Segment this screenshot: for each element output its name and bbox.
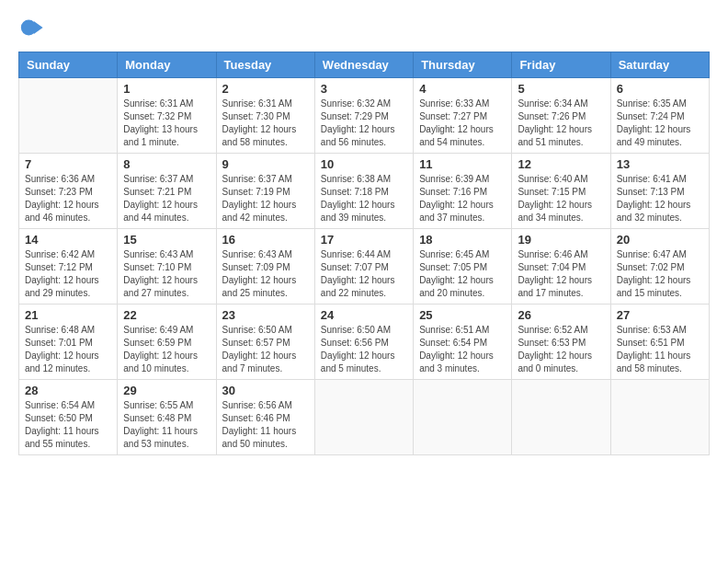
calendar-header-row: SundayMondayTuesdayWednesdayThursdayFrid… [19,52,710,78]
day-info: Sunrise: 6:35 AM Sunset: 7:24 PM Dayligh… [617,98,703,149]
calendar-cell: 18Sunrise: 6:45 AM Sunset: 7:05 PM Dayli… [414,229,512,304]
day-info: Sunrise: 6:50 AM Sunset: 6:57 PM Dayligh… [222,324,309,375]
calendar-cell: 11Sunrise: 6:39 AM Sunset: 7:16 PM Dayli… [414,154,512,229]
calendar-week-row: 14Sunrise: 6:42 AM Sunset: 7:12 PM Dayli… [19,229,710,304]
day-info: Sunrise: 6:32 AM Sunset: 7:29 PM Dayligh… [321,98,407,149]
day-info: Sunrise: 6:39 AM Sunset: 7:16 PM Dayligh… [419,173,506,224]
day-info: Sunrise: 6:46 AM Sunset: 7:04 PM Dayligh… [518,248,604,300]
calendar-cell: 7Sunrise: 6:36 AM Sunset: 7:23 PM Daylig… [19,154,118,229]
day-number: 12 [518,157,604,171]
day-number: 18 [419,233,506,247]
day-info: Sunrise: 6:40 AM Sunset: 7:15 PM Dayligh… [518,173,604,224]
day-info: Sunrise: 6:52 AM Sunset: 6:53 PM Dayligh… [518,324,604,375]
weekday-header: Thursday [414,52,512,78]
calendar-cell: 25Sunrise: 6:51 AM Sunset: 6:54 PM Dayli… [414,304,512,380]
day-info: Sunrise: 6:50 AM Sunset: 6:56 PM Dayligh… [321,324,407,375]
day-info: Sunrise: 6:31 AM Sunset: 7:30 PM Dayligh… [222,98,309,149]
day-number: 1 [123,82,210,96]
weekday-header: Sunday [19,52,118,78]
day-info: Sunrise: 6:38 AM Sunset: 7:18 PM Dayligh… [321,173,407,224]
day-number: 10 [321,157,407,171]
calendar-cell: 23Sunrise: 6:50 AM Sunset: 6:57 PM Dayli… [216,304,314,380]
day-number: 19 [518,233,604,247]
day-number: 7 [25,157,111,171]
weekday-header: Friday [512,52,610,78]
day-info: Sunrise: 6:45 AM Sunset: 7:05 PM Dayligh… [419,248,506,300]
calendar-cell: 28Sunrise: 6:54 AM Sunset: 6:50 PM Dayli… [19,380,118,455]
calendar-week-row: 21Sunrise: 6:48 AM Sunset: 7:01 PM Dayli… [19,304,710,380]
day-number: 27 [617,308,703,322]
calendar-cell: 1Sunrise: 6:31 AM Sunset: 7:32 PM Daylig… [118,78,216,154]
day-number: 23 [222,308,309,322]
calendar-cell: 16Sunrise: 6:43 AM Sunset: 7:09 PM Dayli… [216,229,314,304]
day-info: Sunrise: 6:31 AM Sunset: 7:32 PM Dayligh… [123,98,210,149]
day-number: 3 [321,82,407,96]
day-info: Sunrise: 6:54 AM Sunset: 6:50 PM Dayligh… [25,399,111,451]
day-number: 20 [617,233,703,247]
day-number: 5 [518,82,604,96]
day-number: 29 [123,384,210,397]
day-info: Sunrise: 6:42 AM Sunset: 7:12 PM Dayligh… [25,248,111,300]
calendar-cell [610,380,709,455]
calendar-cell: 5Sunrise: 6:34 AM Sunset: 7:26 PM Daylig… [512,78,610,154]
calendar-cell [19,78,118,154]
day-number: 22 [123,308,210,322]
day-info: Sunrise: 6:37 AM Sunset: 7:19 PM Dayligh… [222,173,309,224]
day-number: 2 [222,82,309,96]
day-number: 24 [321,308,407,322]
weekday-header: Wednesday [314,52,413,78]
calendar-week-row: 1Sunrise: 6:31 AM Sunset: 7:32 PM Daylig… [19,78,710,154]
day-number: 8 [123,157,210,171]
day-info: Sunrise: 6:34 AM Sunset: 7:26 PM Dayligh… [518,98,604,149]
day-info: Sunrise: 6:51 AM Sunset: 6:54 PM Dayligh… [419,324,506,375]
calendar-cell: 19Sunrise: 6:46 AM Sunset: 7:04 PM Dayli… [512,229,610,304]
day-number: 14 [25,233,111,247]
day-info: Sunrise: 6:49 AM Sunset: 6:59 PM Dayligh… [123,324,210,375]
day-number: 9 [222,157,309,171]
svg-marker-1 [34,21,43,34]
calendar-cell: 29Sunrise: 6:55 AM Sunset: 6:48 PM Dayli… [118,380,216,455]
calendar-week-row: 7Sunrise: 6:36 AM Sunset: 7:23 PM Daylig… [19,154,710,229]
calendar-table: SundayMondayTuesdayWednesdayThursdayFrid… [18,52,710,455]
calendar-cell: 15Sunrise: 6:43 AM Sunset: 7:10 PM Dayli… [118,229,216,304]
day-number: 28 [25,384,111,397]
day-info: Sunrise: 6:56 AM Sunset: 6:46 PM Dayligh… [222,399,309,451]
day-number: 17 [321,233,407,247]
calendar-cell: 9Sunrise: 6:37 AM Sunset: 7:19 PM Daylig… [216,154,314,229]
day-info: Sunrise: 6:55 AM Sunset: 6:48 PM Dayligh… [123,399,210,451]
calendar-cell: 30Sunrise: 6:56 AM Sunset: 6:46 PM Dayli… [216,380,314,455]
weekday-header: Monday [118,52,216,78]
day-number: 25 [419,308,506,322]
calendar-cell: 17Sunrise: 6:44 AM Sunset: 7:07 PM Dayli… [314,229,413,304]
day-info: Sunrise: 6:33 AM Sunset: 7:27 PM Dayligh… [419,98,506,149]
calendar-cell: 3Sunrise: 6:32 AM Sunset: 7:29 PM Daylig… [314,78,413,154]
day-number: 4 [419,82,506,96]
day-info: Sunrise: 6:47 AM Sunset: 7:02 PM Dayligh… [617,248,703,300]
weekday-header: Saturday [610,52,709,78]
calendar-cell: 2Sunrise: 6:31 AM Sunset: 7:30 PM Daylig… [216,78,314,154]
day-info: Sunrise: 6:44 AM Sunset: 7:07 PM Dayligh… [321,248,407,300]
day-info: Sunrise: 6:43 AM Sunset: 7:10 PM Dayligh… [123,248,210,300]
logo-icon [18,15,44,40]
calendar-cell: 6Sunrise: 6:35 AM Sunset: 7:24 PM Daylig… [610,78,709,154]
calendar-cell [512,380,610,455]
weekday-header: Tuesday [216,52,314,78]
calendar-cell [414,380,512,455]
day-number: 30 [222,384,309,397]
day-info: Sunrise: 6:48 AM Sunset: 7:01 PM Dayligh… [25,324,111,375]
day-number: 16 [222,233,309,247]
day-number: 21 [25,308,111,322]
calendar-week-row: 28Sunrise: 6:54 AM Sunset: 6:50 PM Dayli… [19,380,710,455]
day-info: Sunrise: 6:43 AM Sunset: 7:09 PM Dayligh… [222,248,309,300]
calendar-cell: 12Sunrise: 6:40 AM Sunset: 7:15 PM Dayli… [512,154,610,229]
calendar-cell: 4Sunrise: 6:33 AM Sunset: 7:27 PM Daylig… [414,78,512,154]
day-info: Sunrise: 6:53 AM Sunset: 6:51 PM Dayligh… [617,324,703,375]
day-info: Sunrise: 6:37 AM Sunset: 7:21 PM Dayligh… [123,173,210,224]
day-number: 6 [617,82,703,96]
calendar-cell: 13Sunrise: 6:41 AM Sunset: 7:13 PM Dayli… [610,154,709,229]
day-number: 26 [518,308,604,322]
calendar-cell: 22Sunrise: 6:49 AM Sunset: 6:59 PM Dayli… [118,304,216,380]
calendar-cell: 26Sunrise: 6:52 AM Sunset: 6:53 PM Dayli… [512,304,610,380]
day-number: 11 [419,157,506,171]
day-info: Sunrise: 6:41 AM Sunset: 7:13 PM Dayligh… [617,173,703,224]
